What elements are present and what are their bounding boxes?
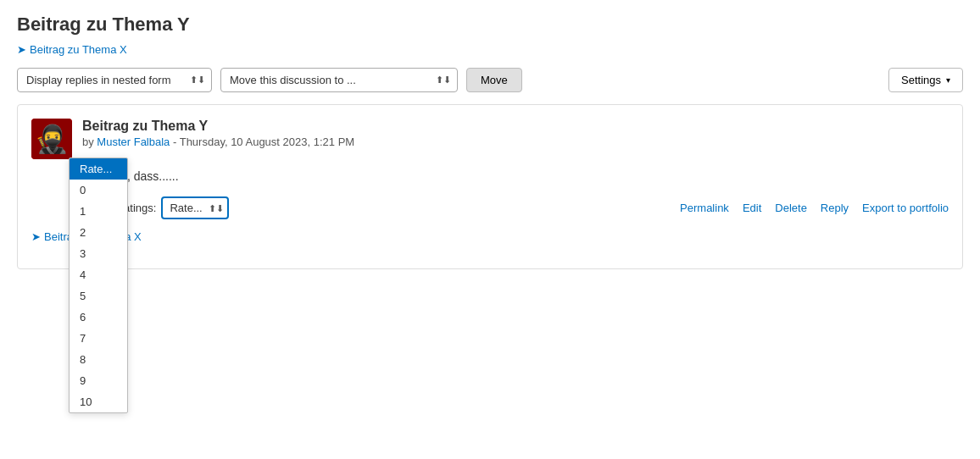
post-subject: Beitrag zu Thema Y bbox=[82, 119, 949, 134]
avatar-image bbox=[31, 119, 72, 159]
author-name: Muster Falbala bbox=[97, 135, 170, 148]
reply-link[interactable]: Reply bbox=[821, 202, 849, 214]
nested-replies-select[interactable]: Display replies in nested form bbox=[17, 68, 212, 92]
dropdown-item-5[interactable]: 5 bbox=[70, 285, 127, 307]
move-discussion-select[interactable]: Move this discussion to ... bbox=[220, 68, 458, 92]
rating-select[interactable]: Rate... 0 1 2 3 4 5 6 7 8 9 10 bbox=[161, 196, 229, 219]
toolbar: Display replies in nested form ⬆⬇ Move t… bbox=[17, 68, 963, 92]
avatar bbox=[31, 119, 72, 159]
rating-dropdown: Rate... 0 1 2 3 4 5 6 7 8 9 10 bbox=[69, 158, 128, 413]
arrow-bottom-icon: ➤ bbox=[31, 230, 41, 243]
post-header: Beitrag zu Thema Y by Muster Falbala - T… bbox=[31, 119, 949, 159]
breadcrumb-top-label: Beitrag zu Thema X bbox=[30, 43, 127, 56]
move-discussion-wrapper: Move this discussion to ... ⬆⬇ bbox=[220, 68, 458, 92]
permalink-link[interactable]: Permalink bbox=[680, 202, 729, 214]
post-footer: Sum of ratings: Rate... 0 1 2 3 4 5 6 7 … bbox=[31, 196, 949, 219]
dropdown-item-2[interactable]: 2 bbox=[70, 222, 127, 243]
post-container: Beitrag zu Thema Y by Muster Falbala - T… bbox=[17, 104, 963, 269]
breadcrumb-top[interactable]: ➤ Beitrag zu Thema X bbox=[17, 43, 127, 56]
settings-label: Settings bbox=[901, 74, 941, 86]
dropdown-item-rate[interactable]: Rate... bbox=[70, 158, 127, 180]
post-meta: Beitrag zu Thema Y by Muster Falbala - T… bbox=[82, 119, 949, 148]
page-title: Beitrag zu Thema Y bbox=[17, 14, 963, 36]
rating-dropdown-menu: Rate... 0 1 2 3 4 5 6 7 8 9 10 bbox=[69, 158, 128, 413]
date-separator: - bbox=[173, 135, 180, 148]
settings-button[interactable]: Settings ▾ bbox=[888, 68, 963, 92]
rating-wrapper: Rate... 0 1 2 3 4 5 6 7 8 9 10 ⬆⬇ bbox=[161, 196, 229, 219]
post-date: Thursday, 10 August 2023, 1:21 PM bbox=[180, 135, 354, 148]
nested-replies-wrapper: Display replies in nested form ⬆⬇ bbox=[17, 68, 212, 92]
post-byline: by Muster Falbala - Thursday, 10 August … bbox=[82, 135, 949, 148]
dropdown-item-10[interactable]: 10 bbox=[70, 391, 127, 412]
dropdown-item-0[interactable]: 0 bbox=[70, 180, 127, 201]
by-label: by bbox=[82, 135, 94, 148]
dropdown-item-9[interactable]: 9 bbox=[70, 370, 127, 391]
author-link[interactable]: Muster Falbala bbox=[97, 135, 173, 148]
dropdown-item-6[interactable]: 6 bbox=[70, 307, 127, 328]
export-link[interactable]: Export to portfolio bbox=[862, 202, 949, 214]
delete-link[interactable]: Delete bbox=[775, 202, 807, 214]
edit-link[interactable]: Edit bbox=[743, 202, 761, 214]
dropdown-item-1[interactable]: 1 bbox=[70, 201, 127, 222]
breadcrumb-bottom: ➤ Beitrag zu Thema X bbox=[31, 230, 949, 255]
settings-chevron: ▾ bbox=[946, 75, 950, 85]
dropdown-item-7[interactable]: 7 bbox=[70, 328, 127, 349]
move-button[interactable]: Move bbox=[466, 68, 522, 92]
dropdown-item-4[interactable]: 4 bbox=[70, 264, 127, 285]
arrow-icon: ➤ bbox=[17, 43, 26, 56]
post-actions: Permalink Edit Delete Reply Export to po… bbox=[680, 202, 949, 214]
dropdown-item-8[interactable]: 8 bbox=[70, 349, 127, 370]
post-content: Ich finde, dass...... bbox=[31, 169, 949, 183]
dropdown-item-3[interactable]: 3 bbox=[70, 243, 127, 264]
